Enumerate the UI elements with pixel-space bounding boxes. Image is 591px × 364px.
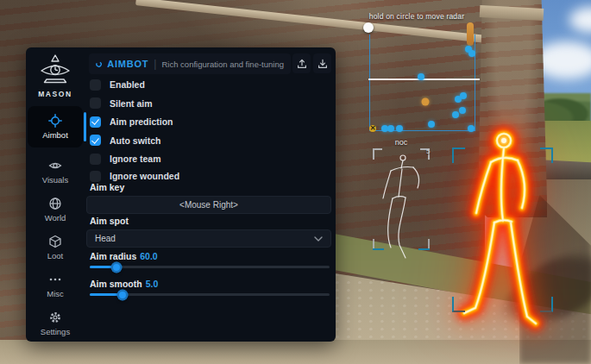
radar-horizon-line: [368, 78, 480, 80]
brand-name: MASON: [26, 90, 85, 98]
slider-track[interactable]: [90, 266, 330, 268]
checkbox-box[interactable]: [90, 116, 101, 128]
checkbox-auto-switch[interactable]: Auto switch: [90, 135, 161, 147]
page-title: AIMBOT: [107, 59, 148, 69]
spinner-icon: [96, 59, 102, 70]
radar-box: [369, 35, 475, 131]
item-esp-marker: [467, 22, 474, 46]
sidebar-item-label: Loot: [47, 251, 64, 260]
sidebar-item-world[interactable]: World: [28, 192, 83, 227]
header-divider: |: [154, 58, 156, 70]
checkbox-label: Ignore team: [110, 154, 161, 164]
upload-config-button[interactable]: [292, 53, 311, 73]
aim-spot-value: Head: [95, 234, 116, 243]
checkbox-enabled[interactable]: Enabled: [90, 78, 145, 91]
slider-thumb[interactable]: [110, 261, 122, 273]
crosshair-icon: [48, 114, 62, 128]
gear-icon: [48, 311, 62, 324]
aim-smooth-slider[interactable]: [90, 288, 330, 300]
checkbox-box[interactable]: [90, 171, 101, 182]
aim-key-label: Aim key: [90, 182, 124, 192]
chevron-down-icon: [314, 236, 323, 242]
aim-spot-select[interactable]: Head: [86, 229, 331, 248]
checkbox-label: Aim prediction: [110, 116, 173, 127]
loot-box-icon: [48, 235, 62, 248]
checkbox-box[interactable]: [90, 97, 101, 109]
page-subtitle: Rich configuration and fine-tuning: [161, 60, 284, 69]
slider-thumb[interactable]: [116, 289, 128, 300]
checkbox-aim-prediction[interactable]: Aim prediction: [90, 116, 173, 128]
checkbox-silent-aim[interactable]: Silent aim: [90, 97, 153, 110]
sidebar-item-aimbot[interactable]: Aimbot: [28, 106, 83, 147]
checkbox-box[interactable]: [90, 154, 101, 165]
checkbox-box[interactable]: [90, 79, 101, 91]
aim-key-button[interactable]: <Mouse Right>: [86, 196, 331, 214]
checkbox-label: Enabled: [110, 79, 145, 90]
aimbot-page: AIMBOT | Rich configuration and fine-tun…: [86, 47, 336, 342]
sidebar: MASON Aimbot Visua: [26, 47, 85, 342]
upload-icon: [296, 58, 308, 70]
sidebar-item-loot[interactable]: Loot: [28, 230, 83, 265]
sidebar-item-label: Aimbot: [42, 130, 68, 140]
download-config-button[interactable]: [313, 53, 331, 73]
sidebar-item-label: Settings: [41, 327, 70, 336]
checkbox-label: Ignore wounded: [110, 171, 179, 181]
sidebar-item-label: Misc: [47, 289, 64, 298]
checkbox-box[interactable]: [90, 135, 101, 146]
sidebar-item-settings[interactable]: Settings: [28, 306, 83, 341]
skeleton-bounding-brackets: [373, 148, 430, 250]
checkbox-ignore-wounded[interactable]: Ignore wounded: [90, 170, 179, 182]
checkbox-ignore-team[interactable]: Ignore team: [90, 153, 161, 165]
aim-spot-label: Aim spot: [90, 216, 129, 226]
page-header: AIMBOT | Rich configuration and fine-tun…: [89, 53, 291, 74]
brand-logo: MASON: [26, 53, 85, 98]
globe-icon: [48, 197, 62, 210]
sidebar-item-label: World: [45, 213, 66, 223]
checkbox-label: Auto switch: [110, 135, 161, 146]
esp-player-name: noc: [373, 138, 430, 147]
esp-distance: 5: [426, 147, 430, 155]
radar-hint-text: hold on circle to move radar: [352, 12, 481, 21]
checkbox-label: Silent aim: [110, 98, 153, 109]
sidebar-item-visuals[interactable]: Visuals: [28, 154, 83, 189]
aim-radius-slider[interactable]: [90, 260, 330, 273]
download-icon: [317, 58, 329, 70]
eye-icon: [48, 159, 62, 173]
sidebar-item-misc[interactable]: Misc: [28, 268, 83, 303]
radar-drag-handle[interactable]: [363, 22, 374, 33]
mason-eye-icon: [37, 53, 73, 85]
game-screen: hold on circle to move radar ✕ noc 5: [0, 0, 591, 364]
player-bounding-brackets: [452, 147, 553, 312]
gravel-ground-strip: [0, 340, 591, 364]
cheat-menu-panel: MASON Aimbot Visua: [26, 47, 336, 342]
sidebar-item-label: Visuals: [42, 175, 68, 185]
ellipsis-icon: [48, 273, 62, 286]
